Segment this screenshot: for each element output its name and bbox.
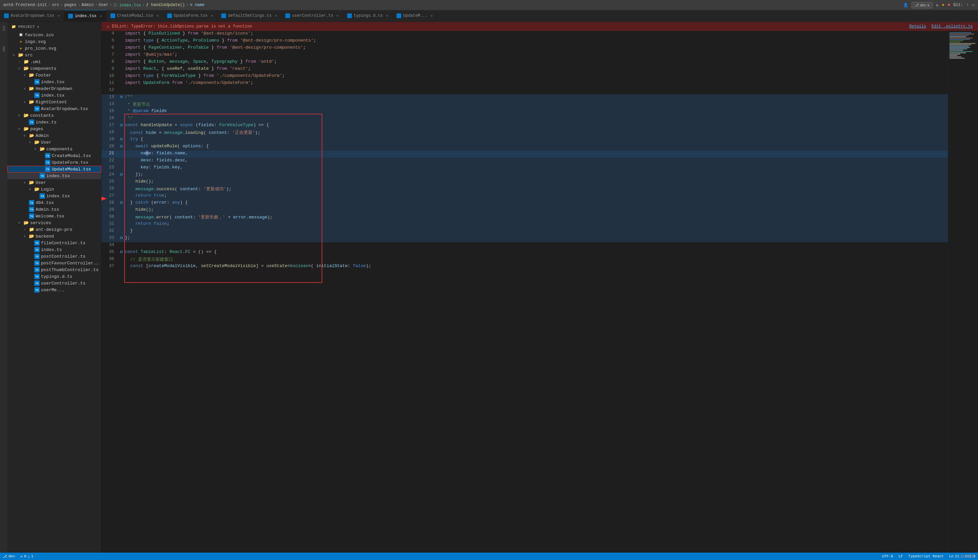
file-user-me[interactable]: TS userMe... (7, 287, 101, 293)
tab-close-icon[interactable]: ✕ (211, 14, 213, 18)
code-editor[interactable]: 4 import { PlusOutlined } from '@ant-des… (102, 31, 948, 553)
file-user-index[interactable]: TS index.tsx (7, 172, 101, 179)
file-label: index.tsx (41, 93, 101, 98)
tab-close-icon[interactable]: ✕ (157, 14, 159, 18)
position-label: Ln (949, 554, 953, 558)
file-update-modal[interactable]: TS UpdateModal.tsx (7, 166, 101, 172)
folder-admin[interactable]: ∨ 📂 Admin (7, 132, 101, 139)
line-gutter: ⊟ (118, 249, 125, 255)
tab-update-form[interactable]: UpdateForm.tsx ✕ (163, 10, 217, 22)
folder-backend[interactable]: ∨ 📂 backend (7, 233, 101, 240)
folder-services[interactable]: ∨ 📂 services (7, 220, 101, 226)
line-number: 32 (102, 228, 118, 233)
line-content: try { (125, 137, 948, 142)
folder-right-content[interactable]: ∨ 📂 RightContent (7, 98, 101, 105)
activity-npm[interactable]: npm (2, 46, 5, 51)
code-line-13: 13 ⊟ /** (102, 94, 948, 101)
file-label: typings.d.ts (41, 274, 101, 279)
tab-default-settings[interactable]: defaultSettings.ts ✕ (217, 10, 281, 22)
line-content: return false; (125, 221, 948, 226)
folder-admin-user[interactable]: ∨ 📂 User (7, 139, 101, 146)
tab-avatar-dropdown[interactable]: AvatarDropdown.tsx ✕ (0, 10, 64, 22)
line-content (125, 87, 948, 92)
file-label: index.tsx (46, 193, 101, 198)
tab-close-icon[interactable]: ✕ (100, 14, 102, 18)
file-backend-index[interactable]: TS index.ts (7, 246, 101, 253)
line-ending-label: LF (898, 554, 903, 558)
error-text: ESLint: TypeError: this.libOptions.parse… (112, 24, 252, 29)
project-header[interactable]: 📁 Project ∨ (7, 22, 101, 32)
file-admin-tsx[interactable]: TS Admin.tsx (7, 206, 101, 213)
folder-header-dropdown[interactable]: ∨ 📂 HeaderDropdown (7, 85, 101, 92)
file-avatar-dropdown[interactable]: TS AvatarDropdown.tsx (7, 105, 101, 112)
code-line-29: 29 hide(); (102, 207, 948, 214)
tab-close-icon[interactable]: ✕ (386, 14, 388, 18)
folder-src[interactable]: ∨ 📂 src (7, 52, 101, 58)
warning-icon: ⚠ (28, 554, 30, 559)
tab-label: userController.ts (292, 13, 333, 18)
tsx-icon: TS (45, 153, 50, 158)
tab-index[interactable]: index.tsx ✕ (64, 10, 107, 22)
folder-icon: 📁 (29, 227, 34, 232)
file-pro-icon-svg[interactable]: ◈ pro_icon.svg (7, 45, 101, 52)
folder-umi[interactable]: › 📁 .umi (7, 58, 101, 65)
folder-footer[interactable]: ∨ 📂 Footer (7, 72, 101, 78)
file-404[interactable]: TS 404.tsx (7, 199, 101, 206)
folder-user-components[interactable]: ∨ 📂 components (7, 146, 101, 152)
status-branch[interactable]: ⎇ dev (3, 554, 15, 559)
tab-user-controller[interactable]: userController.ts ✕ (281, 10, 343, 22)
file-constants-index[interactable]: TS index.ts (7, 119, 101, 125)
file-create-modal[interactable]: TS CreateModal.tsx (7, 152, 101, 159)
file-logo-svg[interactable]: ◈ logo.svg (7, 38, 101, 45)
file-typings[interactable]: TS typings.d.ts (7, 273, 101, 280)
tab-close-icon[interactable]: ✕ (275, 14, 277, 18)
line-number: 37 (102, 263, 118, 268)
file-user-controller[interactable]: TS userController.ts (7, 280, 101, 287)
tab-update-modal[interactable]: UpdateM... ✕ (392, 10, 437, 22)
tab-create-modal[interactable]: CreateModal.tsx ✕ (107, 10, 163, 22)
edit-eslint-link[interactable]: Edit .eslintrc.js (932, 24, 973, 29)
file-label: userMe... (41, 288, 101, 293)
file-welcome-tsx[interactable]: TS Welcome.tsx (7, 213, 101, 220)
line-number: 11 (102, 80, 118, 85)
ts-icon: TS (34, 287, 40, 293)
folder-ant-design-pro[interactable]: › 📁 ant-design-pro (7, 226, 101, 233)
branch-button[interactable]: ⎇ dev ∨ (911, 2, 933, 8)
chevron-icon: ∨ (29, 187, 34, 191)
details-link[interactable]: Details (909, 24, 926, 29)
status-encoding[interactable]: UTF-8 (882, 554, 893, 558)
status-language[interactable]: TypeScript React (908, 554, 944, 558)
folder-components[interactable]: ∨ 📂 components (7, 65, 101, 72)
tab-typings[interactable]: typings.d.ts ✕ (343, 10, 392, 22)
line-number: 17 (102, 122, 118, 128)
tab-close-icon[interactable]: ✕ (337, 14, 339, 18)
status-line-ending[interactable]: LF (898, 554, 903, 558)
tab-close-icon[interactable]: ✕ (431, 14, 433, 18)
folder-constants[interactable]: ∨ 📂 constants (7, 112, 101, 119)
file-post-controller[interactable]: TS postController.ts (7, 253, 101, 260)
code-line-8: 8 import { Button, message, Space, Typog… (102, 59, 948, 66)
code-line-14: 14 * 更新节点 (102, 101, 948, 108)
file-footer-index[interactable]: TS index.tsx (7, 78, 101, 85)
breadcrumb[interactable]: antd-frontend-init › src › pages › Admin… (3, 3, 204, 8)
file-post-favour-controller[interactable]: TS postFavourController.ts (7, 260, 101, 267)
file-favicon[interactable]: 🔲 favicon.ico (7, 32, 101, 38)
file-header-index[interactable]: TS index.tsx (7, 92, 101, 98)
status-errors[interactable]: ✕ 0 ⚠ 1 (20, 554, 33, 559)
chevron-icon: ∨ (23, 100, 29, 104)
folder-pages-user[interactable]: ∨ 📂 User (7, 179, 101, 186)
activity-git[interactable]: Git (2, 26, 5, 31)
file-login-index[interactable]: TS index.tsx (7, 193, 101, 199)
tab-close-icon[interactable]: ✕ (58, 14, 60, 18)
code-line-11: 11 import UpdateForm from './components/… (102, 80, 948, 87)
code-line-21: 21 name: fields.name, (102, 151, 948, 158)
file-update-form[interactable]: TS UpdateForm.tsx (7, 159, 101, 166)
folder-login[interactable]: ∨ 📂 Login (7, 186, 101, 193)
folder-open-icon: 📂 (40, 146, 45, 152)
line-number: 4 (102, 31, 118, 36)
folder-pages[interactable]: ∨ 📂 pages (7, 125, 101, 132)
file-post-thumb-controller[interactable]: TS postThumbController.ts (7, 267, 101, 273)
encoding-label: UTF-8 (882, 554, 893, 558)
file-file-controller[interactable]: TS fileController.ts (7, 240, 101, 246)
line-gutter: ⊟ (118, 143, 125, 149)
